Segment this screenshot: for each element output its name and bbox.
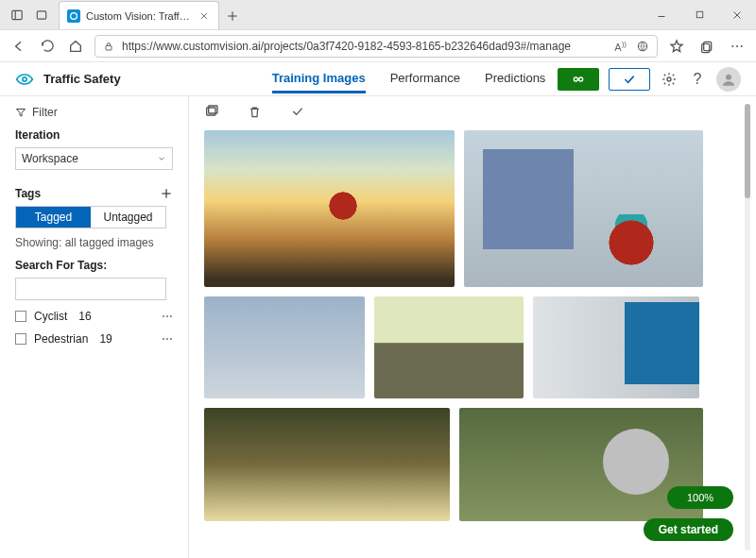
segment-untagged[interactable]: Untagged [91,207,165,228]
iteration-select[interactable]: Workspace [15,147,173,170]
svg-point-22 [579,77,583,81]
svg-point-25 [726,74,731,79]
tabs-icon[interactable] [34,8,49,23]
close-window-button[interactable] [718,0,756,29]
tag-name: Cyclist [34,310,67,323]
app-header: Traffic Safety Training Images Performan… [0,62,756,96]
get-started-button[interactable]: Get started [644,518,733,541]
training-image[interactable] [533,296,699,398]
training-image[interactable] [374,296,524,398]
minimize-button[interactable] [643,0,680,29]
home-button[interactable] [66,37,85,56]
tag-more-icon[interactable]: ⋯ [162,310,173,323]
tag-item-pedestrian[interactable]: Pedestrian 19 ⋯ [15,332,173,346]
sidebar: Filter Iteration Workspace Tags Tagged U… [0,96,189,558]
vertical-scrollbar[interactable] [743,96,752,558]
maximize-button[interactable] [680,0,718,29]
tags-heading: Tags [15,187,41,200]
tab-predictions[interactable]: Predictions [485,65,545,93]
refresh-button[interactable] [38,37,57,56]
select-all-button[interactable] [290,104,305,119]
more-button[interactable] [728,37,747,56]
sidebar-toggle-icon[interactable] [9,8,25,23]
favicon-icon [67,9,80,23]
training-image[interactable] [459,408,703,521]
collections-button[interactable] [697,37,716,56]
tag-filter-segment: Tagged Untagged [15,206,166,228]
tab-close-icon[interactable] [198,9,211,23]
training-image[interactable] [464,130,703,287]
checkbox-icon[interactable] [15,311,26,322]
image-gallery [204,130,730,558]
svg-rect-12 [106,45,112,50]
reader-icon[interactable]: A)) [614,40,627,53]
new-tab-button[interactable] [219,3,246,29]
svg-point-21 [574,77,577,81]
tab-title: Custom Vision: Traffic Safety - Tr [86,10,192,22]
svg-point-24 [667,77,671,81]
settings-button[interactable] [660,70,679,89]
tag-count: 19 [99,332,112,346]
showing-text: Showing: all tagged images [15,236,173,249]
svg-point-18 [736,45,738,47]
tab-training-images[interactable]: Training Images [272,65,366,93]
svg-rect-0 [12,10,23,19]
favorite-button[interactable] [667,37,686,56]
main-panel: 100% Get started [189,96,756,558]
progress-text: 100% [687,492,713,503]
delete-images-button[interactable] [248,105,262,119]
iteration-heading: Iteration [15,128,173,142]
project-name: Traffic Safety [43,72,121,86]
segment-tagged[interactable]: Tagged [16,207,91,228]
svg-rect-9 [696,11,702,17]
checkbox-icon[interactable] [15,333,26,345]
iteration-value: Workspace [22,152,78,165]
tag-name: Pedestrian [34,332,88,346]
tag-item-cyclist[interactable]: Cyclist 16 ⋯ [15,310,173,323]
logo-eye-icon [15,70,34,89]
nav-tabs: Training Images Performance Predictions [272,65,546,93]
user-avatar[interactable] [716,67,741,92]
url-text: https://www.customvision.ai/projects/0a3… [122,40,571,53]
svg-point-20 [23,76,26,80]
back-button[interactable] [9,37,28,56]
train-button[interactable] [558,68,599,91]
url-field[interactable]: https://www.customvision.ai/projects/0a3… [94,35,658,58]
lock-icon [103,41,114,52]
svg-point-19 [741,45,743,47]
filter-icon [15,107,26,118]
svg-marker-26 [17,110,26,117]
help-button[interactable]: ? [688,70,707,89]
search-tags-label: Search For Tags: [15,259,173,272]
image-toolbar [189,96,756,127]
svg-point-3 [71,12,77,19]
svg-point-17 [731,45,733,47]
svg-marker-14 [671,41,682,52]
filter-label: Filter [32,106,58,119]
browser-titlebar: Custom Vision: Traffic Safety - Tr [0,0,756,30]
tag-count: 16 [78,310,91,323]
training-image[interactable] [204,296,365,398]
search-tags-input[interactable] [15,278,166,300]
training-image[interactable] [204,130,455,287]
add-tag-button[interactable] [160,187,173,200]
svg-rect-2 [37,10,45,18]
chevron-down-icon [157,154,166,163]
training-image[interactable] [204,408,450,521]
translate-icon[interactable] [636,40,649,53]
filter-row[interactable]: Filter [15,106,173,119]
upload-progress-pill: 100% [667,486,733,509]
scrollbar-thumb[interactable] [745,104,750,198]
tag-more-icon[interactable]: ⋯ [162,332,173,346]
browser-address-bar: https://www.customvision.ai/projects/0a3… [0,30,756,62]
add-images-button[interactable] [204,104,219,119]
quick-test-button[interactable] [609,68,650,91]
browser-tab[interactable]: Custom Vision: Traffic Safety - Tr [59,1,219,29]
window-controls [643,0,756,29]
tab-performance[interactable]: Performance [390,65,460,93]
get-started-label: Get started [659,523,718,536]
